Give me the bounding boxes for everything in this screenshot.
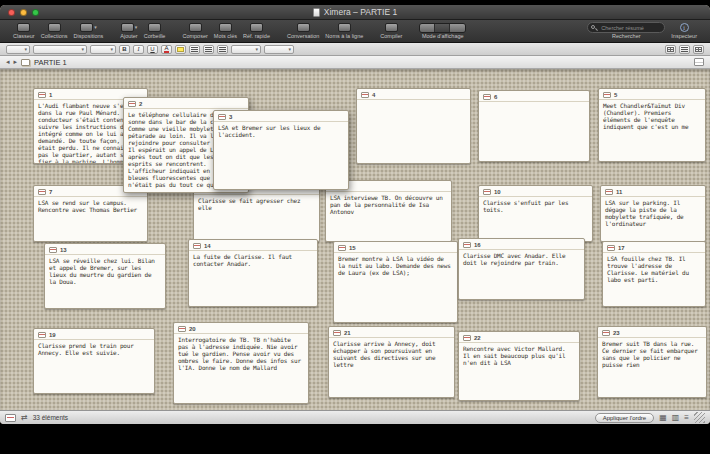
index-card-icon bbox=[463, 335, 471, 341]
index-card-19[interactable]: 19 Clarisse prend le train pour Annecy. … bbox=[33, 328, 155, 394]
toolbar-compose-button[interactable]: Composer bbox=[179, 22, 210, 40]
search-input[interactable] bbox=[587, 22, 665, 33]
toolbar-conversation-button[interactable]: Conversation bbox=[284, 22, 322, 40]
line-spacing-dropdown[interactable]: ▾ bbox=[231, 45, 261, 54]
font-size-dropdown[interactable]: ▾ bbox=[90, 45, 116, 54]
format-bar: ▾ ▾ ▾ B I U A ▾ ▾ bbox=[0, 43, 710, 56]
highlight-icon bbox=[177, 47, 184, 52]
italic-button[interactable]: I bbox=[133, 45, 144, 54]
quickref-icon bbox=[250, 23, 263, 32]
chevron-down-icon: ▾ bbox=[24, 47, 27, 52]
editor-header: ◂ ▸ PARTIE 1 bbox=[0, 56, 710, 69]
add-icon bbox=[121, 23, 134, 32]
card-synopsis: LSA fouille chez TB. Il trouve l'adresse… bbox=[603, 253, 705, 306]
corkboard-rows-icon[interactable]: ▥ bbox=[672, 413, 680, 423]
compile-icon bbox=[385, 23, 398, 32]
chevron-down-icon: ▾ bbox=[135, 25, 138, 30]
card-synopsis: Clarisse prend le train pour Annecy. Ell… bbox=[34, 340, 154, 393]
underline-icon: U bbox=[150, 46, 154, 52]
align-right-button[interactable] bbox=[217, 45, 228, 54]
corkboard-options-icon[interactable]: ≡ bbox=[684, 413, 689, 423]
index-card-14[interactable]: 14 La fuite de Clarisse. Il faut contact… bbox=[188, 239, 318, 307]
commit-order-button[interactable]: Appliquer l'ordre bbox=[595, 413, 655, 423]
toolbar-compile-button[interactable]: Compiler bbox=[377, 22, 405, 40]
toolbar-wrap-names-button[interactable]: Noms à la ligne bbox=[322, 22, 366, 40]
view-mode-corkboard-segment[interactable] bbox=[435, 24, 450, 32]
title-bar: Ximera – PARTIE 1 bbox=[0, 5, 710, 20]
history-back-button[interactable]: ◂ bbox=[6, 57, 10, 67]
view-mode-outline-segment[interactable] bbox=[450, 24, 465, 32]
corkboard[interactable]: 1 L'Audi flambant neuve s'engage dans la… bbox=[0, 69, 710, 410]
toolbar-collections-button[interactable]: Collections bbox=[38, 22, 71, 40]
index-card-23[interactable]: 23 Bremer suit TB dans la rue. Ce dernie… bbox=[597, 326, 707, 398]
index-card-21[interactable]: 21 Clarisse arrive à Annecy, doit échapp… bbox=[328, 326, 455, 398]
index-card-15[interactable]: 15 Bremer montre à LSA la vidéo de la nu… bbox=[333, 241, 458, 323]
history-forward-button[interactable]: ▸ bbox=[14, 57, 18, 67]
highlight-button[interactable] bbox=[175, 45, 186, 54]
index-card-11[interactable]: 11 LSA sur le parking. Il dégage la pist… bbox=[600, 185, 706, 242]
underline-button[interactable]: U bbox=[147, 45, 158, 54]
toolbar-add-button[interactable]: ▾ Ajouter bbox=[117, 22, 140, 40]
index-card-icon bbox=[463, 242, 471, 248]
index-card-20[interactable]: 20 Interrogatoire de TB. TB n'habite pas… bbox=[173, 322, 309, 404]
italic-icon: I bbox=[138, 46, 140, 52]
minimize-button[interactable] bbox=[20, 9, 27, 16]
align-center-button[interactable] bbox=[203, 45, 214, 54]
ruler-button[interactable] bbox=[693, 45, 704, 54]
index-card-17[interactable]: 17 LSA fouille chez TB. Il trouve l'adre… bbox=[602, 241, 706, 307]
close-button[interactable] bbox=[8, 9, 15, 16]
index-card-16[interactable]: 16 Clarisse DMC avec Anadar. Elle doit l… bbox=[458, 238, 585, 300]
index-card-icon bbox=[178, 326, 186, 332]
compose-icon bbox=[189, 23, 202, 32]
index-card-4[interactable]: 4 bbox=[356, 88, 471, 164]
resize-grip[interactable] bbox=[694, 412, 705, 423]
toolbar-binder-button[interactable]: Classeur bbox=[10, 22, 38, 40]
zoom-button[interactable] bbox=[32, 9, 39, 16]
table-icon bbox=[667, 47, 674, 52]
corkboard-grid-icon[interactable]: ▦ bbox=[659, 413, 667, 423]
list-dropdown[interactable]: ▾ bbox=[264, 45, 294, 54]
table-button[interactable] bbox=[665, 45, 676, 54]
index-card-5[interactable]: 5 Meet Chandler&Taïmut Div (Chandler). P… bbox=[598, 88, 706, 162]
layouts-icon bbox=[80, 23, 93, 32]
toolbar-trash-button[interactable]: Corbeille bbox=[141, 22, 169, 40]
index-card-icon bbox=[607, 245, 615, 251]
view-mode-document-segment[interactable] bbox=[420, 24, 435, 32]
card-stack-icon[interactable] bbox=[5, 414, 16, 422]
style-dropdown[interactable]: ▾ bbox=[6, 45, 30, 54]
text-color-icon: A bbox=[164, 45, 168, 53]
card-synopsis: Rencontre avec Victor Mallard. Il en sai… bbox=[459, 343, 579, 400]
reorder-arrows-icon[interactable]: ⇄ bbox=[21, 413, 28, 423]
index-card-icon bbox=[605, 189, 613, 195]
card-synopsis: Clarisse DMC avec Anadar. Elle doit le r… bbox=[459, 250, 584, 299]
index-card-22[interactable]: 22 Rencontre avec Victor Mallard. Il en … bbox=[458, 331, 580, 401]
index-card-icon bbox=[38, 92, 46, 98]
document-proxy-icon bbox=[313, 8, 320, 17]
align-left-button[interactable] bbox=[189, 45, 200, 54]
collections-icon bbox=[48, 23, 61, 32]
index-card-13[interactable]: 13 LSA se réveille chez lui. Bilan et ap… bbox=[44, 243, 166, 309]
font-dropdown[interactable]: ▾ bbox=[33, 45, 87, 54]
text-color-button[interactable]: A bbox=[161, 45, 172, 54]
index-card-6[interactable]: 6 bbox=[478, 90, 590, 162]
window-title-area: Ximera – PARTIE 1 bbox=[0, 5, 710, 19]
index-card-icon bbox=[338, 245, 346, 251]
main-toolbar: Classeur Collections ▾ Dispositions ▾ Aj… bbox=[0, 20, 710, 43]
index-card-icon bbox=[361, 92, 369, 98]
index-card-10[interactable]: 10 Clarisse s'enfuit par les toits. bbox=[478, 185, 593, 242]
card-synopsis: LSA se rend sur le campus. Rencontre ave… bbox=[34, 197, 147, 241]
link-button[interactable] bbox=[679, 45, 690, 54]
card-synopsis: LSA et Bremer sur les lieux de l'acciden… bbox=[214, 122, 348, 189]
toolbar-quickref-button[interactable]: Réf. rapide bbox=[240, 22, 273, 40]
chevron-down-icon: ▾ bbox=[288, 47, 291, 52]
index-card-7[interactable]: 7 LSA se rend sur le campus. Rencontre a… bbox=[33, 185, 148, 242]
toolbar-keywords-button[interactable]: Mots clés bbox=[211, 22, 240, 40]
bold-button[interactable]: B bbox=[119, 45, 130, 54]
wrap-names-icon bbox=[338, 23, 351, 32]
index-card-3[interactable]: 3 LSA et Bremer sur les lieux de l'accid… bbox=[213, 110, 349, 190]
toolbar-layouts-button[interactable]: ▾ Dispositions bbox=[71, 22, 107, 40]
split-view-icon[interactable] bbox=[694, 58, 704, 66]
index-card-icon bbox=[483, 94, 491, 100]
toolbar-inspector-button[interactable]: Inspecteur bbox=[668, 22, 700, 40]
card-synopsis: LSA se réveille chez lui. Bilan et appel… bbox=[45, 255, 165, 308]
